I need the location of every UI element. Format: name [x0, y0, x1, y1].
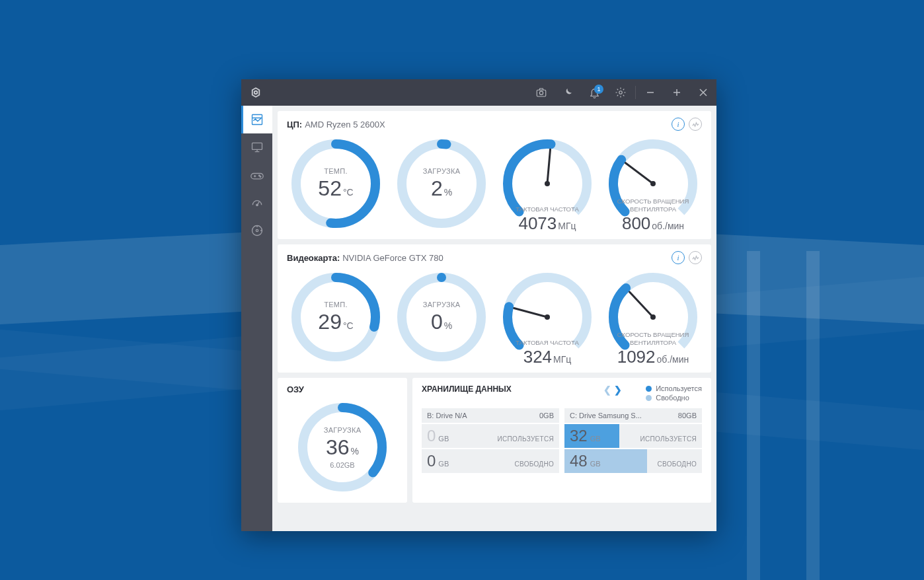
cpu-name: AMD Ryzen 5 2600X [305, 120, 385, 129]
cpu-fan-gauge: СКОРОСТЬ ВРАЩЕНИЯ ВЕНТИЛЯТОРА 800об./мин [604, 135, 702, 233]
sidebar-item-games[interactable] [241, 161, 272, 189]
svg-point-15 [256, 229, 258, 231]
cpu-graph-button[interactable] [689, 118, 702, 131]
cpu-label: ЦП: [287, 120, 302, 129]
drive-used-row: 0 GB ИСПОЛЬЗУЕТСЯ [422, 424, 559, 448]
titlebar: 1 [241, 79, 716, 106]
drive-free-row: 48 GB СВОБОДНО [564, 449, 702, 473]
svg-point-11 [258, 175, 260, 176]
legend-used-dot [646, 386, 652, 392]
gpu-name: NVIDIA GeForce GTX 780 [342, 253, 443, 263]
settings-button[interactable] [607, 79, 634, 106]
sidebar-item-benchmark[interactable] [241, 189, 272, 217]
drive-used-row: 32 GB ИСПОЛЬЗУЕТСЯ [564, 424, 702, 448]
cpu-temp-gauge: ТЕМП. 52°C [287, 135, 385, 233]
sidebar-item-dashboard[interactable] [241, 106, 272, 133]
app-window: 1 [241, 79, 716, 531]
sidebar-item-storage[interactable] [241, 217, 272, 244]
close-button[interactable] [690, 79, 716, 106]
storage-legend: Используется Свободно [646, 384, 702, 403]
cpu-panel: ЦП: AMD Ryzen 5 2600X i ТЕМП. 52°C ЗАГРУ… [278, 111, 711, 239]
cpu-load-gauge: ЗАГРУЗКА 2% [393, 135, 490, 233]
gpu-clock-gauge: ТАКТОВАЯ ЧАСТОТА 324МГц [498, 268, 596, 366]
screenshot-button[interactable] [528, 79, 555, 106]
svg-point-3 [619, 91, 623, 94]
gpu-graph-button[interactable] [689, 251, 702, 264]
minimize-button[interactable] [637, 79, 664, 106]
gpu-info-button[interactable]: i [672, 251, 685, 264]
main-content: ЦП: AMD Ryzen 5 2600X i ТЕМП. 52°C ЗАГРУ… [272, 106, 716, 531]
drive-free-row: 0 GB СВОБОДНО [422, 449, 559, 473]
svg-rect-9 [252, 115, 262, 125]
legend-free-label: Свободно [656, 394, 689, 402]
svg-point-0 [254, 91, 258, 94]
svg-point-13 [256, 204, 258, 206]
sidebar-item-monitor[interactable] [241, 133, 272, 161]
storage-next-button[interactable]: ❯ [614, 384, 622, 395]
gpu-panel: Видеокарта: NVIDIA GeForce GTX 780 i ТЕМ… [278, 244, 711, 373]
drive-header: B: Drive N/A0GB [422, 408, 559, 423]
svg-point-2 [539, 91, 543, 94]
storage-title: ХРАНИЛИЩЕ ДАННЫХ [422, 384, 512, 395]
notifications-button[interactable]: 1 [581, 79, 607, 106]
drives-container: B: Drive N/A0GB 0 GB ИСПОЛЬЗУЕТСЯ 0 GB С… [422, 408, 702, 474]
maximize-button[interactable] [664, 79, 690, 106]
ram-panel: ОЗУ ЗАГРУЗКА 36% 6.02GB [278, 378, 407, 503]
app-logo-icon [249, 86, 262, 99]
cpu-info-button[interactable]: i [672, 118, 685, 131]
gpu-fan-gauge: СКОРОСТЬ ВРАЩЕНИЯ ВЕНТИЛЯТОРА 1092об./ми… [604, 268, 702, 366]
drive-item: B: Drive N/A0GB 0 GB ИСПОЛЬЗУЕТСЯ 0 GB С… [422, 408, 559, 474]
ram-title: ОЗУ [287, 384, 304, 394]
ram-gauge: ЗАГРУЗКА 36% 6.02GB [293, 398, 391, 496]
gpu-load-gauge: ЗАГРУЗКА 0% [393, 268, 490, 366]
svg-point-12 [260, 176, 261, 178]
cpu-clock-gauge: ТАКТОВАЯ ЧАСТОТА 4073МГц [498, 135, 596, 233]
storage-panel: ХРАНИЛИЩЕ ДАННЫХ ❮ ❯ Используется Свобод… [412, 378, 711, 503]
drive-header: C: Drive Samsung S...80GB [564, 408, 702, 423]
svg-rect-10 [252, 143, 262, 149]
gpu-label: Видеокарта: [287, 253, 340, 263]
legend-used-label: Используется [656, 384, 702, 392]
sidebar [241, 106, 272, 531]
notification-badge: 1 [594, 85, 603, 94]
legend-free-dot [646, 395, 652, 401]
storage-prev-button[interactable]: ❮ [603, 384, 611, 395]
gpu-temp-gauge: ТЕМП. 29°C [287, 268, 385, 366]
drive-item: C: Drive Samsung S...80GB 32 GB ИСПОЛЬЗУ… [564, 408, 702, 474]
dark-mode-button[interactable] [555, 79, 581, 106]
